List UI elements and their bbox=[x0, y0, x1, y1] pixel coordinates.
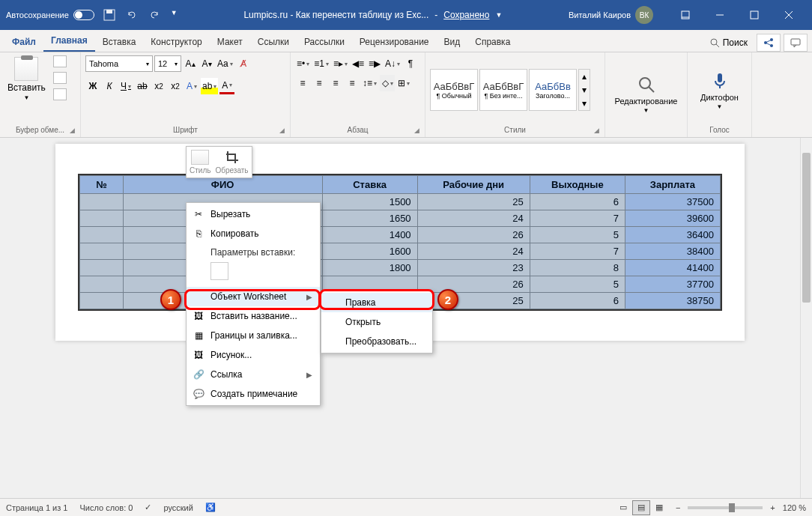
status-words[interactable]: Число слов: 0 bbox=[79, 503, 133, 512]
menu-insert-caption[interactable]: 🖼 Вставить название... bbox=[187, 306, 320, 326]
tab-help[interactable]: Справка bbox=[467, 32, 518, 52]
accessibility-icon[interactable]: ♿ bbox=[205, 503, 216, 512]
style-heading1[interactable]: АаБбВвЗаголово... bbox=[529, 69, 577, 111]
menu-link[interactable]: 🔗 Ссылка ▶ bbox=[187, 365, 320, 384]
web-layout-icon[interactable]: ▦ bbox=[650, 500, 668, 515]
styles-launcher-icon[interactable]: ◢ bbox=[594, 127, 603, 136]
borders-icon: ▦ bbox=[193, 330, 204, 342]
format-painter-icon[interactable] bbox=[53, 88, 67, 100]
submenu-convert[interactable]: Преобразовать... bbox=[321, 332, 432, 351]
text-effects-icon[interactable]: A bbox=[184, 78, 199, 94]
undo-icon[interactable] bbox=[126, 9, 138, 21]
paste-option-icon[interactable] bbox=[210, 262, 228, 280]
maximize-button[interactable] bbox=[737, 0, 772, 30]
avatar[interactable]: ВК bbox=[635, 6, 653, 24]
align-center-icon[interactable]: ≡ bbox=[312, 75, 327, 91]
subscript-button[interactable]: x2 bbox=[151, 78, 166, 94]
minimize-button[interactable] bbox=[703, 0, 737, 30]
decrease-indent-icon[interactable]: ◀≡ bbox=[351, 55, 366, 72]
sort-icon[interactable]: A↓ bbox=[384, 55, 402, 72]
tab-home[interactable]: Главная bbox=[43, 31, 95, 52]
scroll-thumb[interactable] bbox=[802, 153, 811, 303]
editing-button[interactable]: Редактирование ▼ bbox=[609, 71, 684, 117]
zoom-in-icon[interactable]: + bbox=[770, 503, 775, 512]
clipboard-launcher-icon[interactable]: ◢ bbox=[70, 127, 79, 136]
ribbon-options-icon[interactable] bbox=[668, 0, 703, 30]
clear-format-icon[interactable]: A̸ bbox=[236, 55, 251, 72]
save-icon[interactable] bbox=[103, 9, 115, 21]
dictate-button[interactable]: Диктофон ▼ bbox=[694, 67, 745, 113]
zoom-slider[interactable] bbox=[688, 506, 763, 509]
crop-button[interactable]: Обрезать bbox=[215, 150, 248, 174]
toggle-switch-icon[interactable] bbox=[73, 10, 94, 20]
spellcheck-icon[interactable]: ✓ bbox=[145, 503, 151, 512]
tab-file[interactable]: Файл bbox=[4, 32, 43, 52]
qat-dropdown-icon[interactable]: ▼ bbox=[171, 9, 178, 21]
comments-button[interactable] bbox=[784, 34, 808, 52]
align-left-icon[interactable]: ≡ bbox=[295, 75, 310, 91]
tab-view[interactable]: Вид bbox=[437, 32, 468, 52]
menu-object-worksheet[interactable]: Объект Worksheet ▶ bbox=[187, 287, 320, 306]
tab-design[interactable]: Конструктор bbox=[143, 32, 209, 52]
search-button[interactable]: Поиск bbox=[703, 34, 754, 51]
menu-borders-fill[interactable]: ▦ Границы и заливка... bbox=[187, 326, 320, 345]
change-case-icon[interactable]: Aa bbox=[216, 55, 234, 72]
tab-insert[interactable]: Вставка bbox=[95, 32, 144, 52]
submenu-object: Правка Открыть Преобразовать... bbox=[321, 291, 433, 353]
paste-button[interactable]: Вставить ▼ bbox=[4, 55, 49, 103]
print-layout-icon[interactable]: ▤ bbox=[632, 500, 650, 515]
borders-icon[interactable]: ⊞ bbox=[396, 75, 411, 91]
line-spacing-icon[interactable]: ↕≡ bbox=[361, 75, 378, 91]
menu-copy[interactable]: ⎘ Копировать bbox=[187, 224, 320, 243]
saved-indicator[interactable]: Сохранено bbox=[443, 10, 489, 20]
chevron-down-icon[interactable]: ▼ bbox=[495, 11, 502, 19]
submenu-open[interactable]: Открыть bbox=[321, 312, 432, 332]
increase-indent-icon[interactable]: ≡▶ bbox=[367, 55, 382, 72]
vertical-scrollbar[interactable] bbox=[800, 138, 812, 498]
status-page[interactable]: Страница 1 из 1 bbox=[6, 503, 67, 512]
redo-icon[interactable] bbox=[148, 9, 160, 21]
copy-icon[interactable] bbox=[53, 72, 67, 84]
menu-new-comment[interactable]: 💬 Создать примечание bbox=[187, 384, 320, 404]
highlight-icon[interactable]: ab bbox=[201, 78, 218, 94]
paragraph-launcher-icon[interactable]: ◢ bbox=[414, 127, 423, 136]
bullets-icon[interactable]: ≡• bbox=[295, 55, 311, 72]
font-name-select[interactable]: Tahoma▾ bbox=[85, 55, 153, 72]
zoom-out-icon[interactable]: − bbox=[676, 503, 680, 512]
user-account[interactable]: Виталий Каиров ВК bbox=[569, 6, 653, 24]
autosave-toggle[interactable]: Автосохранение bbox=[6, 10, 94, 20]
style-no-spacing[interactable]: АаБбВвГ¶ Без инте... bbox=[479, 69, 527, 111]
tab-review[interactable]: Рецензирование bbox=[352, 32, 437, 52]
grow-font-icon[interactable]: A▴ bbox=[183, 55, 198, 72]
tab-references[interactable]: Ссылки bbox=[250, 32, 297, 52]
numbering-icon[interactable]: ≡1 bbox=[312, 55, 330, 72]
share-button[interactable] bbox=[757, 34, 781, 52]
superscript-button[interactable]: x2 bbox=[168, 78, 183, 94]
justify-icon[interactable]: ≡ bbox=[345, 75, 360, 91]
shrink-font-icon[interactable]: A▾ bbox=[199, 55, 214, 72]
focus-view-icon[interactable]: ▭ bbox=[614, 500, 632, 515]
style-normal[interactable]: АаБбВвГ¶ Обычный bbox=[430, 69, 478, 111]
close-button[interactable] bbox=[772, 0, 806, 30]
tab-layout[interactable]: Макет bbox=[210, 32, 250, 52]
menu-picture[interactable]: 🖼 Рисунок... bbox=[187, 345, 320, 365]
font-color-icon[interactable]: A bbox=[219, 78, 234, 94]
show-marks-icon[interactable]: ¶ bbox=[403, 55, 418, 72]
bold-button[interactable]: Ж bbox=[85, 78, 100, 94]
multilevel-icon[interactable]: ≡▸ bbox=[332, 55, 349, 72]
tab-mailings[interactable]: Рассылки bbox=[297, 32, 352, 52]
shading-icon[interactable]: ◇ bbox=[380, 75, 395, 91]
font-size-select[interactable]: 12▾ bbox=[154, 55, 181, 72]
styles-more-icon[interactable]: ▴▾▾ bbox=[578, 69, 590, 111]
style-button[interactable]: Стиль bbox=[190, 150, 210, 174]
menu-cut[interactable]: ✂ Вырезать bbox=[187, 204, 320, 224]
font-launcher-icon[interactable]: ◢ bbox=[279, 127, 288, 136]
zoom-level[interactable]: 120 % bbox=[783, 503, 806, 512]
status-lang[interactable]: русский bbox=[163, 503, 193, 512]
cut-icon[interactable] bbox=[53, 55, 67, 67]
underline-button[interactable]: Ч bbox=[118, 78, 133, 94]
strike-button[interactable]: ab bbox=[135, 78, 150, 94]
italic-button[interactable]: К bbox=[102, 78, 117, 94]
align-right-icon[interactable]: ≡ bbox=[328, 75, 343, 91]
submenu-edit[interactable]: Правка bbox=[321, 293, 432, 312]
